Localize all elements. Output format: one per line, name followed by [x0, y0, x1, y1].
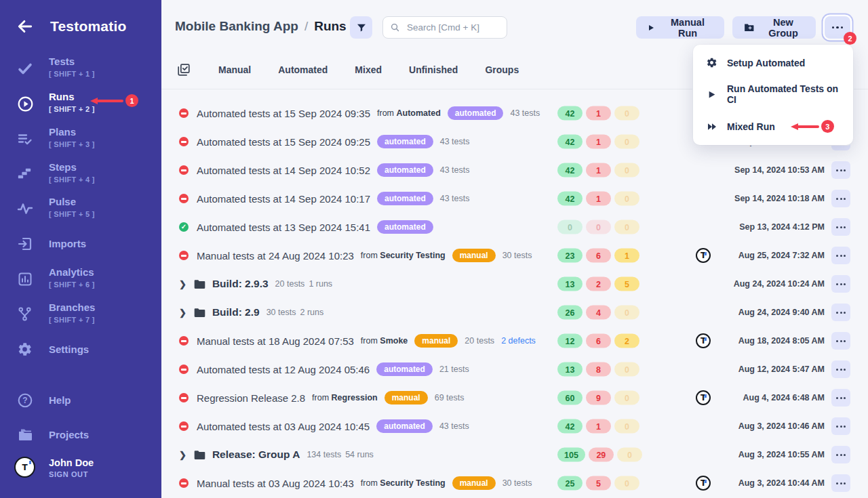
- run-title[interactable]: Automated tests at 03 Aug 2024 10:45: [197, 421, 370, 432]
- run-source: from Security Testing: [361, 478, 446, 488]
- run-row[interactable]: ❯ Release: Group A 134 tests 54 runs 105…: [161, 440, 868, 469]
- search-icon: [390, 22, 400, 33]
- row-more-button[interactable]: [831, 389, 850, 407]
- folder-plus-icon: [743, 22, 755, 33]
- sidebar-item-steps[interactable]: Steps [ SHIFT + 4 ]: [0, 159, 161, 190]
- run-row[interactable]: Manual tests at 03 Aug 2024 10:43 from S…: [161, 469, 868, 497]
- status-icon: [179, 478, 189, 488]
- sidebar-item-imports[interactable]: Imports: [0, 228, 161, 260]
- row-more-button[interactable]: [831, 474, 850, 492]
- menu-item-mixed-run[interactable]: Mixed Run 3: [693, 112, 853, 140]
- tests-count: 43 tests: [510, 108, 540, 118]
- tests-count: 134 tests: [307, 450, 341, 459]
- sidebar-item-analytics[interactable]: Analytics [ SHIFT + 6 ]: [0, 264, 161, 295]
- folders-icon: [17, 427, 33, 443]
- run-title[interactable]: Manual tests at 24 Aug 2024 10:23: [197, 250, 354, 262]
- svg-text:?: ?: [22, 396, 27, 405]
- tab-unfinished[interactable]: Unfinished: [409, 64, 458, 75]
- status-icon: [179, 165, 189, 175]
- breadcrumb-separator: /: [304, 19, 308, 34]
- tab-automated[interactable]: Automated: [278, 64, 328, 75]
- row-more-button[interactable]: [831, 190, 850, 207]
- row-more-button[interactable]: [831, 417, 850, 435]
- run-title[interactable]: Automated tests at 14 Sep 2024 10:52: [197, 165, 370, 176]
- chevron-right-icon[interactable]: ❯: [179, 450, 186, 460]
- tab-manual[interactable]: Manual: [218, 64, 251, 75]
- list-check-icon: [17, 131, 33, 147]
- back-arrow-icon[interactable]: [16, 18, 34, 35]
- run-type-badge: automated: [448, 106, 504, 120]
- run-title[interactable]: Automated tests at 15 Sep 2024 09:25: [197, 136, 370, 148]
- run-row[interactable]: Automated tests at 14 Sep 2024 10:52 aut…: [161, 156, 868, 184]
- tab-mixed[interactable]: Mixed: [355, 64, 382, 75]
- sidebar-item-projects[interactable]: Projects: [0, 419, 161, 451]
- row-more-button[interactable]: [831, 161, 850, 179]
- sidebar-item-label: Steps: [49, 161, 95, 174]
- row-more-button[interactable]: [831, 446, 850, 463]
- select-all-icon[interactable]: [176, 62, 191, 77]
- count-pill-skip: 0: [614, 192, 639, 206]
- menu-item-run-automated-ci[interactable]: Run Automated Tests on CI: [693, 76, 853, 112]
- row-more-button[interactable]: [831, 218, 850, 236]
- user-panel: T John Doe SIGN OUT: [0, 451, 161, 486]
- manual-run-button[interactable]: Manual Run: [636, 16, 724, 39]
- sidebar-item-pulse[interactable]: Pulse [ SHIFT + 5 ]: [0, 193, 161, 224]
- row-more-button[interactable]: [831, 275, 850, 293]
- sidebar-item-settings[interactable]: Settings: [0, 334, 161, 365]
- run-title[interactable]: Automated tests at 15 Sep 2024 09:35: [197, 108, 370, 119]
- run-row[interactable]: Automated tests at 03 Aug 2024 10:45 aut…: [161, 412, 868, 440]
- run-row[interactable]: Manual tests at 18 Aug 2024 07:53 from S…: [161, 327, 868, 355]
- run-title[interactable]: Release: Group A: [212, 449, 300, 461]
- sidebar-item-tests[interactable]: Tests [ SHIFT + 1 ]: [0, 53, 161, 84]
- run-date: Aug 4, 2024 6:48 AM: [675, 393, 825, 402]
- run-title[interactable]: Build: 2.9.3: [212, 278, 269, 290]
- count-pill-pass: 60: [557, 391, 583, 405]
- run-row[interactable]: Automated tests at 13 Sep 2024 15:41 aut…: [161, 213, 868, 241]
- chevron-right-icon[interactable]: ❯: [179, 308, 186, 318]
- run-row[interactable]: Automated tests at 12 Aug 2024 05:46 aut…: [161, 355, 868, 383]
- fast-forward-icon: [706, 121, 717, 132]
- chevron-right-icon[interactable]: ❯: [179, 279, 186, 289]
- count-pill-fail: 9: [586, 391, 611, 405]
- runs-count: 2 runs: [300, 308, 323, 317]
- brand-title: Testomatio: [50, 18, 126, 35]
- sidebar-item-help[interactable]: ? Help: [0, 385, 161, 416]
- sidebar-item-plans[interactable]: Plans [ SHIFT + 3 ]: [0, 123, 161, 154]
- run-date: Aug 18, 2024 8:05 AM: [675, 336, 825, 346]
- sidebar-item-branches[interactable]: Branches [ SHIFT + 7 ]: [0, 299, 161, 330]
- run-row[interactable]: Manual tests at 24 Aug 2024 10:23 from S…: [161, 241, 868, 270]
- run-type-badge: automated: [377, 192, 433, 205]
- breadcrumb: Mobile Banking App / Runs: [175, 19, 347, 34]
- filter-button[interactable]: [350, 16, 372, 39]
- run-row[interactable]: ❯ Build: 2.9.3 20 tests 1 runs 1325 Aug …: [161, 270, 868, 298]
- header-more-button[interactable]: 2: [825, 16, 850, 39]
- run-row[interactable]: Regression Release 2.8 from Regression m…: [161, 383, 868, 412]
- status-icon: [179, 393, 189, 402]
- sidebar-item-label: Runs: [49, 90, 95, 104]
- run-row[interactable]: Automated tests at 14 Sep 2024 10:17 aut…: [161, 184, 868, 213]
- run-title[interactable]: Automated tests at 14 Sep 2024 10:17: [197, 193, 370, 205]
- count-pill-pass: 42: [557, 163, 583, 178]
- run-title[interactable]: Automated tests at 12 Aug 2024 05:46: [197, 364, 370, 375]
- defects-link[interactable]: 2 defects: [501, 336, 536, 346]
- run-title[interactable]: Automated tests at 13 Sep 2024 15:41: [197, 222, 370, 233]
- run-row[interactable]: ❯ Build: 2.9 30 tests 2 runs 2640 Aug 24…: [161, 298, 868, 327]
- menu-item-setup-automated[interactable]: Setup Automated: [693, 49, 853, 76]
- tab-groups[interactable]: Groups: [485, 64, 519, 75]
- breadcrumb-project[interactable]: Mobile Banking App: [175, 19, 298, 34]
- search-input[interactable]: [406, 22, 500, 33]
- run-title[interactable]: Regression Release 2.8: [197, 392, 305, 404]
- row-more-button[interactable]: [831, 304, 850, 321]
- row-more-button[interactable]: [831, 360, 850, 378]
- run-date: Aug 3, 2024 10:46 AM: [675, 421, 825, 431]
- sign-out-button[interactable]: SIGN OUT: [49, 470, 88, 478]
- sidebar-item-runs[interactable]: Runs [ SHIFT + 2 ] 1: [0, 88, 161, 119]
- tests-count: 20 tests: [275, 279, 305, 289]
- run-title[interactable]: Build: 2.9: [212, 306, 260, 318]
- new-group-button[interactable]: New Group: [732, 16, 816, 39]
- row-more-button[interactable]: [831, 247, 850, 264]
- run-title[interactable]: Manual tests at 03 Aug 2024 10:43: [197, 478, 354, 489]
- sidebar-item-shortcut: [ SHIFT + 4 ]: [49, 174, 95, 186]
- row-more-button[interactable]: [831, 332, 850, 350]
- run-title[interactable]: Manual tests at 18 Aug 2024 07:53: [197, 335, 354, 347]
